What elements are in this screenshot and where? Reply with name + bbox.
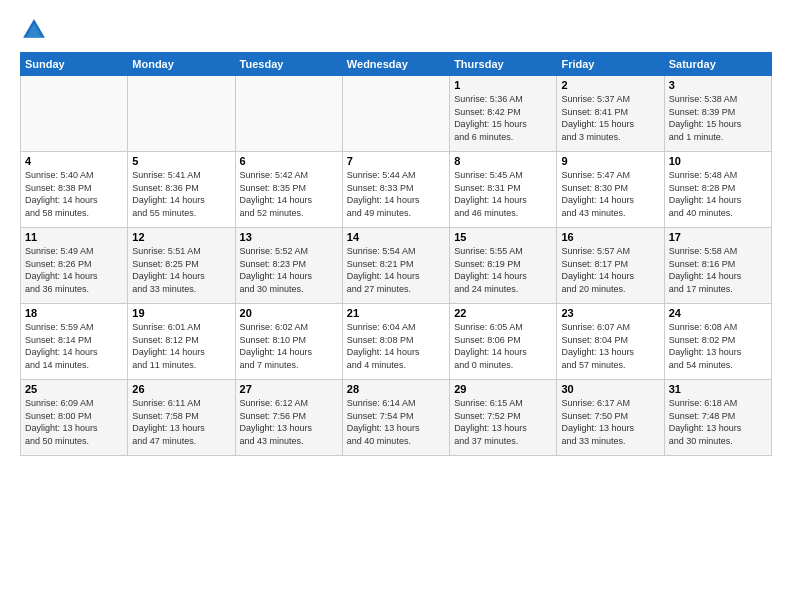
day-info: Sunrise: 6:04 AMSunset: 8:08 PMDaylight:… xyxy=(347,321,445,371)
calendar-cell: 27Sunrise: 6:12 AMSunset: 7:56 PMDayligh… xyxy=(235,380,342,456)
logo-icon xyxy=(20,16,48,44)
day-info: Sunrise: 6:07 AMSunset: 8:04 PMDaylight:… xyxy=(561,321,659,371)
day-number: 26 xyxy=(132,383,230,395)
day-number: 28 xyxy=(347,383,445,395)
day-number: 25 xyxy=(25,383,123,395)
weekday-header-thursday: Thursday xyxy=(450,53,557,76)
day-info: Sunrise: 6:01 AMSunset: 8:12 PMDaylight:… xyxy=(132,321,230,371)
day-number: 13 xyxy=(240,231,338,243)
calendar-cell: 14Sunrise: 5:54 AMSunset: 8:21 PMDayligh… xyxy=(342,228,449,304)
day-info: Sunrise: 5:36 AMSunset: 8:42 PMDaylight:… xyxy=(454,93,552,143)
day-number: 1 xyxy=(454,79,552,91)
day-info: Sunrise: 5:55 AMSunset: 8:19 PMDaylight:… xyxy=(454,245,552,295)
calendar-cell: 3Sunrise: 5:38 AMSunset: 8:39 PMDaylight… xyxy=(664,76,771,152)
calendar-cell: 6Sunrise: 5:42 AMSunset: 8:35 PMDaylight… xyxy=(235,152,342,228)
calendar-cell: 26Sunrise: 6:11 AMSunset: 7:58 PMDayligh… xyxy=(128,380,235,456)
calendar-cell: 12Sunrise: 5:51 AMSunset: 8:25 PMDayligh… xyxy=(128,228,235,304)
day-number: 10 xyxy=(669,155,767,167)
calendar-cell: 18Sunrise: 5:59 AMSunset: 8:14 PMDayligh… xyxy=(21,304,128,380)
calendar-cell: 23Sunrise: 6:07 AMSunset: 8:04 PMDayligh… xyxy=(557,304,664,380)
calendar-cell: 22Sunrise: 6:05 AMSunset: 8:06 PMDayligh… xyxy=(450,304,557,380)
page: SundayMondayTuesdayWednesdayThursdayFrid… xyxy=(0,0,792,466)
day-info: Sunrise: 5:52 AMSunset: 8:23 PMDaylight:… xyxy=(240,245,338,295)
calendar-cell: 24Sunrise: 6:08 AMSunset: 8:02 PMDayligh… xyxy=(664,304,771,380)
calendar-cell xyxy=(342,76,449,152)
day-number: 18 xyxy=(25,307,123,319)
day-info: Sunrise: 6:02 AMSunset: 8:10 PMDaylight:… xyxy=(240,321,338,371)
calendar-cell xyxy=(128,76,235,152)
calendar-cell: 7Sunrise: 5:44 AMSunset: 8:33 PMDaylight… xyxy=(342,152,449,228)
day-info: Sunrise: 5:49 AMSunset: 8:26 PMDaylight:… xyxy=(25,245,123,295)
calendar-table: SundayMondayTuesdayWednesdayThursdayFrid… xyxy=(20,52,772,456)
calendar-cell: 11Sunrise: 5:49 AMSunset: 8:26 PMDayligh… xyxy=(21,228,128,304)
day-number: 7 xyxy=(347,155,445,167)
day-info: Sunrise: 5:42 AMSunset: 8:35 PMDaylight:… xyxy=(240,169,338,219)
day-number: 22 xyxy=(454,307,552,319)
day-info: Sunrise: 5:51 AMSunset: 8:25 PMDaylight:… xyxy=(132,245,230,295)
day-number: 8 xyxy=(454,155,552,167)
day-info: Sunrise: 6:14 AMSunset: 7:54 PMDaylight:… xyxy=(347,397,445,447)
day-info: Sunrise: 5:45 AMSunset: 8:31 PMDaylight:… xyxy=(454,169,552,219)
calendar-cell: 4Sunrise: 5:40 AMSunset: 8:38 PMDaylight… xyxy=(21,152,128,228)
day-number: 31 xyxy=(669,383,767,395)
calendar-cell: 16Sunrise: 5:57 AMSunset: 8:17 PMDayligh… xyxy=(557,228,664,304)
calendar-cell: 8Sunrise: 5:45 AMSunset: 8:31 PMDaylight… xyxy=(450,152,557,228)
calendar-cell xyxy=(235,76,342,152)
day-info: Sunrise: 5:48 AMSunset: 8:28 PMDaylight:… xyxy=(669,169,767,219)
day-number: 12 xyxy=(132,231,230,243)
day-number: 27 xyxy=(240,383,338,395)
day-info: Sunrise: 5:59 AMSunset: 8:14 PMDaylight:… xyxy=(25,321,123,371)
calendar-cell: 29Sunrise: 6:15 AMSunset: 7:52 PMDayligh… xyxy=(450,380,557,456)
calendar-cell: 21Sunrise: 6:04 AMSunset: 8:08 PMDayligh… xyxy=(342,304,449,380)
day-number: 30 xyxy=(561,383,659,395)
calendar-cell: 25Sunrise: 6:09 AMSunset: 8:00 PMDayligh… xyxy=(21,380,128,456)
day-info: Sunrise: 5:47 AMSunset: 8:30 PMDaylight:… xyxy=(561,169,659,219)
calendar-cell: 9Sunrise: 5:47 AMSunset: 8:30 PMDaylight… xyxy=(557,152,664,228)
day-number: 6 xyxy=(240,155,338,167)
day-info: Sunrise: 5:54 AMSunset: 8:21 PMDaylight:… xyxy=(347,245,445,295)
week-row-4: 18Sunrise: 5:59 AMSunset: 8:14 PMDayligh… xyxy=(21,304,772,380)
calendar-cell: 15Sunrise: 5:55 AMSunset: 8:19 PMDayligh… xyxy=(450,228,557,304)
weekday-header-monday: Monday xyxy=(128,53,235,76)
weekday-header-tuesday: Tuesday xyxy=(235,53,342,76)
week-row-3: 11Sunrise: 5:49 AMSunset: 8:26 PMDayligh… xyxy=(21,228,772,304)
weekday-header-sunday: Sunday xyxy=(21,53,128,76)
day-number: 3 xyxy=(669,79,767,91)
calendar-cell: 5Sunrise: 5:41 AMSunset: 8:36 PMDaylight… xyxy=(128,152,235,228)
day-number: 5 xyxy=(132,155,230,167)
week-row-1: 1Sunrise: 5:36 AMSunset: 8:42 PMDaylight… xyxy=(21,76,772,152)
weekday-header-wednesday: Wednesday xyxy=(342,53,449,76)
day-info: Sunrise: 5:40 AMSunset: 8:38 PMDaylight:… xyxy=(25,169,123,219)
day-info: Sunrise: 6:11 AMSunset: 7:58 PMDaylight:… xyxy=(132,397,230,447)
day-number: 21 xyxy=(347,307,445,319)
calendar-cell: 1Sunrise: 5:36 AMSunset: 8:42 PMDaylight… xyxy=(450,76,557,152)
calendar-cell: 19Sunrise: 6:01 AMSunset: 8:12 PMDayligh… xyxy=(128,304,235,380)
calendar-cell: 10Sunrise: 5:48 AMSunset: 8:28 PMDayligh… xyxy=(664,152,771,228)
day-number: 11 xyxy=(25,231,123,243)
day-info: Sunrise: 5:37 AMSunset: 8:41 PMDaylight:… xyxy=(561,93,659,143)
day-number: 24 xyxy=(669,307,767,319)
day-number: 29 xyxy=(454,383,552,395)
calendar-cell: 17Sunrise: 5:58 AMSunset: 8:16 PMDayligh… xyxy=(664,228,771,304)
week-row-2: 4Sunrise: 5:40 AMSunset: 8:38 PMDaylight… xyxy=(21,152,772,228)
day-number: 9 xyxy=(561,155,659,167)
day-info: Sunrise: 5:38 AMSunset: 8:39 PMDaylight:… xyxy=(669,93,767,143)
calendar-cell: 13Sunrise: 5:52 AMSunset: 8:23 PMDayligh… xyxy=(235,228,342,304)
day-info: Sunrise: 5:41 AMSunset: 8:36 PMDaylight:… xyxy=(132,169,230,219)
day-info: Sunrise: 6:17 AMSunset: 7:50 PMDaylight:… xyxy=(561,397,659,447)
day-number: 19 xyxy=(132,307,230,319)
calendar-cell: 2Sunrise: 5:37 AMSunset: 8:41 PMDaylight… xyxy=(557,76,664,152)
day-number: 23 xyxy=(561,307,659,319)
day-info: Sunrise: 6:18 AMSunset: 7:48 PMDaylight:… xyxy=(669,397,767,447)
calendar-cell: 31Sunrise: 6:18 AMSunset: 7:48 PMDayligh… xyxy=(664,380,771,456)
header xyxy=(20,16,772,44)
day-info: Sunrise: 6:05 AMSunset: 8:06 PMDaylight:… xyxy=(454,321,552,371)
calendar-cell xyxy=(21,76,128,152)
calendar-cell: 30Sunrise: 6:17 AMSunset: 7:50 PMDayligh… xyxy=(557,380,664,456)
calendar-cell: 20Sunrise: 6:02 AMSunset: 8:10 PMDayligh… xyxy=(235,304,342,380)
day-number: 16 xyxy=(561,231,659,243)
weekday-header-friday: Friday xyxy=(557,53,664,76)
day-number: 4 xyxy=(25,155,123,167)
day-info: Sunrise: 5:58 AMSunset: 8:16 PMDaylight:… xyxy=(669,245,767,295)
day-info: Sunrise: 6:09 AMSunset: 8:00 PMDaylight:… xyxy=(25,397,123,447)
